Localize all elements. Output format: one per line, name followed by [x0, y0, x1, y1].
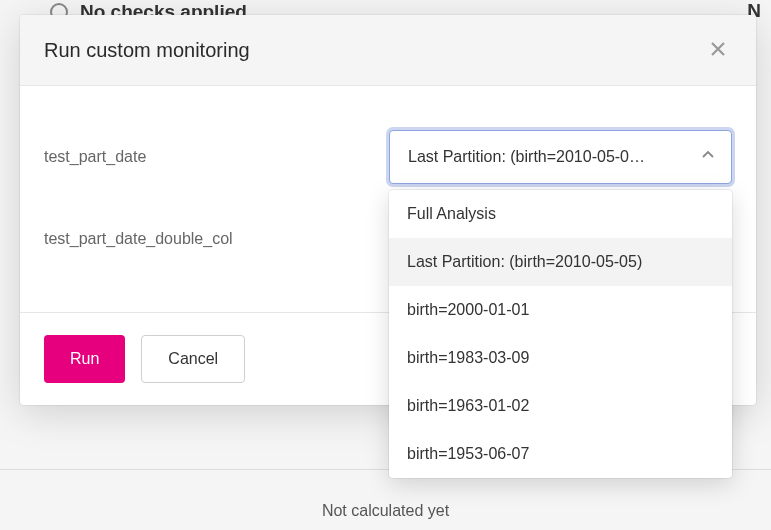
dropdown-option-1963[interactable]: birth=1963-01-02 — [389, 382, 732, 430]
dropdown-menu: Full Analysis Last Partition: (birth=201… — [389, 190, 732, 478]
select-value-0: Last Partition: (birth=2010-05-0… — [408, 148, 687, 166]
modal-title: Run custom monitoring — [44, 39, 250, 62]
select-partition-0[interactable]: Last Partition: (birth=2010-05-0… — [389, 130, 732, 184]
form-row-0: test_part_date Last Partition: (birth=20… — [44, 130, 732, 184]
dropdown-option-2000[interactable]: birth=2000-01-01 — [389, 286, 732, 334]
dropdown-option-1983[interactable]: birth=1983-03-09 — [389, 334, 732, 382]
dropdown-option-full-analysis[interactable]: Full Analysis — [389, 190, 732, 238]
chevron-up-icon — [701, 148, 715, 166]
modal-body: test_part_date Last Partition: (birth=20… — [20, 85, 756, 312]
dropdown-scroll[interactable]: Full Analysis Last Partition: (birth=201… — [389, 190, 732, 478]
dropdown-option-1953[interactable]: birth=1953-06-07 — [389, 430, 732, 478]
modal: Run custom monitoring test_part_date Las… — [20, 15, 756, 405]
field-label-0: test_part_date — [44, 148, 389, 166]
backdrop-bottom-text: Not calculated yet — [0, 502, 771, 520]
cancel-button[interactable]: Cancel — [141, 335, 245, 383]
run-button[interactable]: Run — [44, 335, 125, 383]
close-icon — [710, 41, 726, 57]
close-button[interactable] — [704, 37, 732, 63]
dropdown-option-last-partition[interactable]: Last Partition: (birth=2010-05-05) — [389, 238, 732, 286]
modal-header: Run custom monitoring — [20, 15, 756, 85]
field-label-1: test_part_date_double_col — [44, 230, 389, 248]
select-wrap-0: Last Partition: (birth=2010-05-0… Full A… — [389, 130, 732, 184]
